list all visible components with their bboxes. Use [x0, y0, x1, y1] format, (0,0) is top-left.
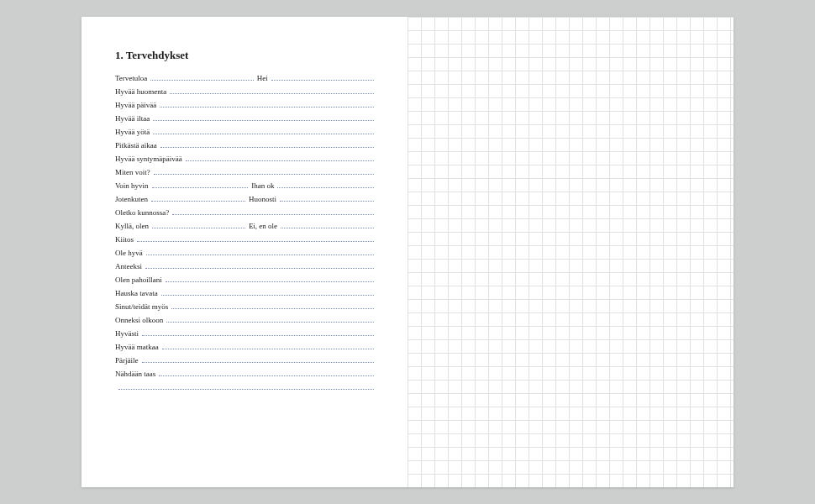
vocab-word: Kiitos	[115, 235, 134, 244]
fill-line	[150, 74, 253, 81]
fill-line	[271, 74, 374, 81]
fill-line	[118, 383, 374, 390]
fill-line	[170, 87, 374, 94]
vocab-word: Nähdään taas	[115, 370, 155, 378]
page-right-grid	[408, 17, 734, 487]
fill-line	[153, 114, 374, 121]
vocab-row: Sinut/teidät myös	[115, 302, 374, 311]
page-spread: 1. Tervehdykset TervetuloaHeiHyvää huome…	[82, 17, 734, 487]
fill-line	[142, 356, 375, 363]
vocab-row: Hyvää iltaa	[115, 114, 374, 123]
vocab-row: Anteeksi	[115, 262, 374, 270]
vocab-word: Pärjäile	[115, 356, 139, 365]
vocab-word: Sinut/teidät myös	[115, 302, 168, 311]
vocab-word: Pitkästä aikaa	[115, 141, 157, 150]
vocab-row: Hyvää päivää	[115, 101, 374, 109]
vocab-row: Ole hyvä	[115, 249, 374, 257]
vocab-word: Hyvää syntymäpäivää	[115, 155, 182, 163]
fill-line	[151, 195, 245, 202]
fill-line	[152, 222, 245, 228]
page-left: 1. Tervehdykset TervetuloaHeiHyvää huome…	[82, 17, 408, 487]
fill-line	[145, 262, 374, 269]
fill-line	[280, 195, 374, 202]
vocab-word: Kyllä, olen	[115, 222, 149, 230]
vocab-word: Ole hyvä	[115, 249, 143, 257]
vocab-row: Pitkästä aikaa	[115, 141, 374, 150]
vocab-word: Ei, en ole	[249, 222, 277, 230]
vocab-row: TervetuloaHei	[115, 74, 374, 82]
fill-line	[186, 155, 374, 161]
fill-line	[159, 370, 374, 376]
fill-line	[172, 208, 374, 215]
vocab-row: Hauska tavata	[115, 289, 374, 297]
vocab-row: JotenkutenHuonosti	[115, 195, 374, 203]
vocab-word: Hyvää päivää	[115, 101, 156, 109]
vocab-word: Anteeksi	[115, 262, 142, 270]
vocab-row: Miten voit?	[115, 168, 374, 176]
vocab-word: Onneksi olkoon	[115, 316, 163, 324]
vocab-word: Tervetuloa	[115, 74, 147, 82]
vocab-row: Hyvää syntymäpäivää	[115, 155, 374, 163]
vocab-row: Olen pahoillani	[115, 276, 374, 284]
fill-line	[161, 289, 374, 296]
vocab-row: Nähdään taas	[115, 370, 374, 378]
fill-line	[162, 343, 374, 349]
vocab-row: Kyllä, olenEi, en ole	[115, 222, 374, 230]
vocab-word: Voin hyvin	[115, 181, 149, 190]
vocab-word: Hei	[257, 74, 268, 82]
vocab-row	[115, 383, 374, 390]
fill-line	[152, 181, 249, 188]
vocab-row: Oletko kunnossa?	[115, 208, 374, 217]
vocab-word: Miten voit?	[115, 168, 150, 176]
vocab-word: Hyvää yötä	[115, 128, 150, 136]
fill-line	[137, 235, 374, 242]
vocab-row: Voin hyvinIhan ok	[115, 181, 374, 190]
fill-line	[160, 141, 374, 148]
fill-line	[171, 302, 374, 309]
vocab-word: Hyvästi	[115, 329, 139, 338]
vocab-word: Hyvää huomenta	[115, 87, 166, 96]
fill-line	[166, 316, 374, 323]
fill-line	[160, 101, 374, 108]
vocab-word: Oletko kunnossa?	[115, 208, 169, 217]
vocab-row: Pärjäile	[115, 356, 374, 365]
section-heading: 1. Tervehdykset	[115, 49, 374, 62]
vocabulary-list: TervetuloaHeiHyvää huomentaHyvää päivääH…	[115, 74, 374, 390]
vocab-word: Hyvää iltaa	[115, 114, 150, 123]
vocab-row: Onneksi olkoon	[115, 316, 374, 324]
vocab-word: Ihan ok	[251, 181, 274, 190]
vocab-row: Hyvästi	[115, 329, 374, 338]
fill-line	[166, 276, 374, 282]
fill-line	[153, 128, 374, 134]
vocab-row: Hyvää huomenta	[115, 87, 374, 96]
vocab-word: Hyvää matkaa	[115, 343, 159, 351]
vocab-word: Olen pahoillani	[115, 276, 162, 284]
fill-line	[277, 181, 374, 188]
fill-line	[281, 222, 374, 228]
fill-line	[146, 249, 374, 255]
vocab-word: Hauska tavata	[115, 289, 158, 297]
vocab-row: Hyvää matkaa	[115, 343, 374, 351]
fill-line	[154, 168, 374, 175]
vocab-row: Hyvää yötä	[115, 128, 374, 136]
vocab-word: Jotenkuten	[115, 195, 148, 203]
vocab-row: Kiitos	[115, 235, 374, 244]
vocab-word: Huonosti	[249, 195, 276, 203]
fill-line	[142, 329, 374, 336]
